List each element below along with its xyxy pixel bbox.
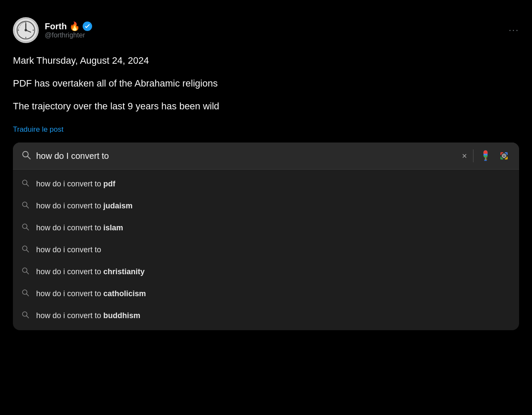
translate-link[interactable]: Traduire le post [13,125,519,134]
username-handle: @forthrighter [45,31,92,39]
svg-point-14 [504,155,505,157]
google-lens-icon[interactable] [498,149,510,162]
svg-line-24 [27,272,29,274]
suggestion-text: how do i convert to pdf [36,180,115,189]
suggestion-text: how do i convert to judaism [36,201,133,211]
svg-line-18 [27,206,29,208]
tweet-line-1: Mark Thursday, August 24, 2024 [13,53,519,68]
suggestion-text: how do i convert to catholicism [36,289,146,298]
svg-line-22 [27,250,29,252]
search-bar-actions: × [462,149,510,162]
suggestion-search-icon [22,201,29,211]
suggestion-search-icon [22,179,29,189]
suggestion-item[interactable]: how do i convert to pdf [13,173,519,195]
suggestion-text: how do i convert to buddhism [36,311,140,320]
tweet-line-2: PDF has overtaken all of the Abrahamic r… [13,76,519,90]
search-card: how do I convert to × [13,142,519,330]
suggestion-text: how do i convert to islam [36,223,123,232]
suggestion-item[interactable]: how do i convert to islam [13,217,519,239]
microphone-icon[interactable] [479,150,492,162]
verified-badge-icon [83,22,92,31]
tweet-text: Mark Thursday, August 24, 2024 PDF has o… [13,53,519,113]
display-name: Forth 🔥 [45,21,92,31]
search-bar-icon [22,150,31,162]
suggestion-search-icon [22,311,29,321]
suggestion-search-icon [22,289,29,299]
suggestion-item[interactable]: how do i convert to buddhism [13,305,519,327]
suggestion-text: how do i convert to [36,245,101,254]
suggestion-search-icon [22,223,29,233]
suggestion-item[interactable]: how do i convert to [13,239,519,261]
user-info: Forth 🔥 @forthrighter [45,21,92,39]
svg-line-28 [27,316,29,318]
fire-emoji: 🔥 [69,21,80,31]
svg-line-11 [28,156,30,159]
username-text: Forth [45,22,67,31]
suggestion-item[interactable]: how do i convert to christianity [13,261,519,283]
tweet-body: Mark Thursday, August 24, 2024 PDF has o… [13,53,519,330]
tweet-line-3: The trajectory over the last 9 years has… [13,99,519,113]
suggestion-search-icon [22,267,29,277]
suggestion-text: how do i convert to christianity [36,267,145,276]
search-suggestions: how do i convert to pdf how do i convert… [13,170,519,330]
svg-line-16 [27,184,29,186]
more-options-button[interactable]: ··· [509,25,519,36]
tweet-header: Forth 🔥 @forthrighter ··· [13,17,519,43]
search-bar: how do I convert to × [13,142,519,170]
svg-line-26 [27,294,29,296]
svg-line-20 [27,228,29,230]
search-query-text: how do I convert to [36,151,457,161]
tweet-container: Forth 🔥 @forthrighter ··· Mark Thursday,… [9,9,523,339]
suggestion-item[interactable]: how do i convert to catholicism [13,283,519,305]
suggestion-item[interactable]: how do i convert to judaism [13,195,519,217]
divider [473,149,473,162]
clear-search-button[interactable]: × [462,151,467,161]
avatar[interactable] [13,17,39,43]
suggestion-search-icon [22,245,29,255]
tweet-header-left: Forth 🔥 @forthrighter [13,17,92,43]
